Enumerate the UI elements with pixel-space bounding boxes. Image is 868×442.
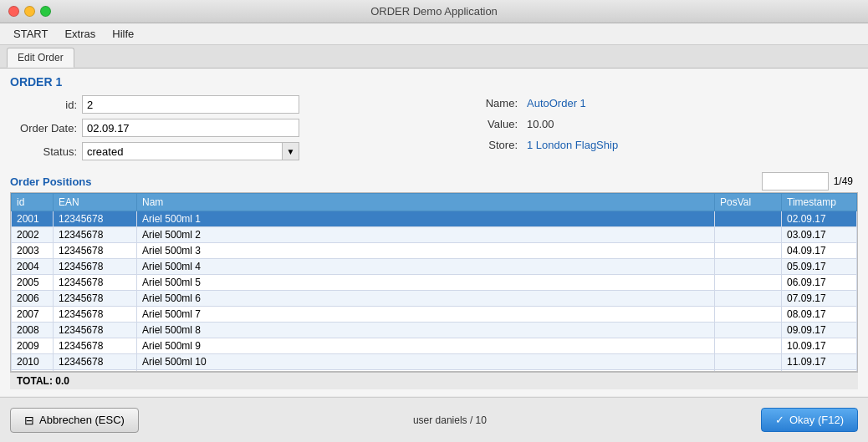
order-form: id: Order Date: Status: created ▼ Name: … <box>10 95 858 165</box>
cell-ean: 12345678 <box>54 291 137 307</box>
minimize-button[interactable] <box>24 6 35 17</box>
cell-posval <box>715 354 782 370</box>
cell-nam: Ariel 500ml 6 <box>137 291 715 307</box>
cell-id: 2009 <box>12 338 54 354</box>
cell-timestamp: 06.09.17 <box>782 275 857 291</box>
window-controls <box>8 6 51 17</box>
positions-table: id EAN Nam PosVal Timestamp 200112345678… <box>11 193 857 372</box>
close-button[interactable] <box>8 6 19 17</box>
cell-timestamp: 05.09.17 <box>782 259 857 275</box>
cell-nam: Ariel 500ml 7 <box>137 307 715 323</box>
cell-posval <box>715 307 782 323</box>
name-value: AutoOrder 1 <box>523 95 590 111</box>
tab-bar: Edit Order <box>0 45 868 69</box>
cell-nam: Ariel 500ml 5 <box>137 275 715 291</box>
cell-posval <box>715 243 782 259</box>
status-label: Status: <box>10 145 77 158</box>
col-posval: PosVal <box>715 194 782 211</box>
menu-extras[interactable]: Extras <box>58 26 102 42</box>
table-row[interactable]: 201012345678Ariel 500ml 1011.09.17 <box>12 354 857 370</box>
cancel-button[interactable]: ⊟ Abbrechen (ESC) <box>10 408 139 433</box>
table-row[interactable]: 200712345678Ariel 500ml 708.09.17 <box>12 307 857 323</box>
store-row: Store: 1 London FlagShip <box>451 137 858 153</box>
id-label: id: <box>10 99 77 111</box>
cell-posval <box>715 338 782 354</box>
menu-hilfe[interactable]: Hilfe <box>105 26 140 42</box>
cell-timestamp: 11.09.17 <box>782 354 857 370</box>
menu-bar: START Extras Hilfe <box>0 23 868 45</box>
cell-timestamp: 07.09.17 <box>782 291 857 307</box>
cell-posval <box>715 227 782 243</box>
tab-edit-order[interactable]: Edit Order <box>7 48 74 68</box>
table-row[interactable]: 200812345678Ariel 500ml 809.09.17 <box>12 323 857 338</box>
cell-ean: 12345678 <box>54 275 137 291</box>
checkmark-icon: ✓ <box>775 414 784 426</box>
main-content: ORDER 1 id: Order Date: Status: created … <box>0 69 868 396</box>
menu-start[interactable]: START <box>7 26 54 42</box>
cell-posval <box>715 323 782 338</box>
cell-posval <box>715 291 782 307</box>
ok-label: Okay (F12) <box>789 414 844 426</box>
positions-title: Order Positions <box>10 175 762 188</box>
cell-nam: Ariel 500ml 2 <box>137 227 715 243</box>
cell-timestamp: 08.09.17 <box>782 307 857 323</box>
table-row[interactable]: 200512345678Ariel 500ml 506.09.17 <box>12 275 857 291</box>
col-nam: Nam <box>137 194 715 211</box>
ok-button[interactable]: ✓ Okay (F12) <box>761 408 858 432</box>
page-count: 1/49 <box>829 172 858 191</box>
cell-ean: 12345678 <box>54 259 137 275</box>
cell-posval <box>715 259 782 275</box>
cell-ean: 12345678 <box>54 354 137 370</box>
table-row[interactable]: 200212345678Ariel 500ml 203.09.17 <box>12 227 857 243</box>
store-label: Store: <box>451 139 518 151</box>
order-date-label: Order Date: <box>10 122 77 135</box>
maximize-button[interactable] <box>40 6 51 17</box>
table-row[interactable]: 200312345678Ariel 500ml 304.09.17 <box>12 243 857 259</box>
cell-id: 2008 <box>12 323 54 338</box>
table-row[interactable]: 200412345678Ariel 500ml 405.09.17 <box>12 259 857 275</box>
table-row[interactable]: 200912345678Ariel 500ml 910.09.17 <box>12 338 857 354</box>
cell-nam: Ariel 500ml 9 <box>137 338 715 354</box>
id-input[interactable] <box>82 95 299 114</box>
cell-id: 2005 <box>12 275 54 291</box>
title-bar: ORDER Demo Application <box>0 0 868 23</box>
cell-nam: Ariel 500ml 10 <box>137 354 715 370</box>
status-bar: user daniels / 10 <box>413 414 487 426</box>
cell-id: 2001 <box>12 211 54 227</box>
status-dropdown[interactable]: created ▼ <box>82 142 299 160</box>
cell-id: 2006 <box>12 291 54 307</box>
cancel-label: Abbrechen (ESC) <box>39 414 125 426</box>
chevron-down-icon[interactable]: ▼ <box>282 143 299 160</box>
table-body: 200112345678Ariel 500ml 102.09.172002123… <box>12 211 857 373</box>
positions-table-container[interactable]: id EAN Nam PosVal Timestamp 200112345678… <box>10 192 858 372</box>
id-row: id: <box>10 95 417 114</box>
cell-timestamp: 10.09.17 <box>782 338 857 354</box>
cell-nam: Ariel 500ml 3 <box>137 243 715 259</box>
cell-id: 2003 <box>12 243 54 259</box>
total-row: TOTAL: 0.0 <box>10 372 858 389</box>
table-row[interactable]: 200612345678Ariel 500ml 607.09.17 <box>12 291 857 307</box>
cell-id: 2002 <box>12 227 54 243</box>
bottom-left: ⊟ Abbrechen (ESC) <box>10 408 139 433</box>
cell-nam: Ariel 500ml 8 <box>137 323 715 338</box>
col-ean: EAN <box>54 194 137 211</box>
cell-ean: 12345678 <box>54 323 137 338</box>
value-row: Value: 10.00 <box>451 116 858 132</box>
value-label: Value: <box>451 118 518 130</box>
store-value: 1 London FlagShip <box>523 137 622 153</box>
total-label: TOTAL: 0.0 <box>17 375 69 387</box>
positions-header-row: Order Positions 1/49 <box>10 172 858 191</box>
window-title: ORDER Demo Application <box>370 5 498 18</box>
table-row[interactable]: 200112345678Ariel 500ml 102.09.17 <box>12 211 857 227</box>
name-row: Name: AutoOrder 1 <box>451 95 858 111</box>
bottom-bar: ⊟ Abbrechen (ESC) user daniels / 10 ✓ Ok… <box>0 397 868 442</box>
cell-posval <box>715 275 782 291</box>
cell-timestamp: 02.09.17 <box>782 211 857 227</box>
cell-timestamp: 09.09.17 <box>782 323 857 338</box>
pagination-input[interactable] <box>762 172 829 191</box>
cell-ean: 12345678 <box>54 211 137 227</box>
order-date-input[interactable] <box>82 119 299 137</box>
col-timestamp: Timestamp <box>782 194 857 211</box>
order-date-row: Order Date: <box>10 119 417 137</box>
cell-ean: 12345678 <box>54 227 137 243</box>
